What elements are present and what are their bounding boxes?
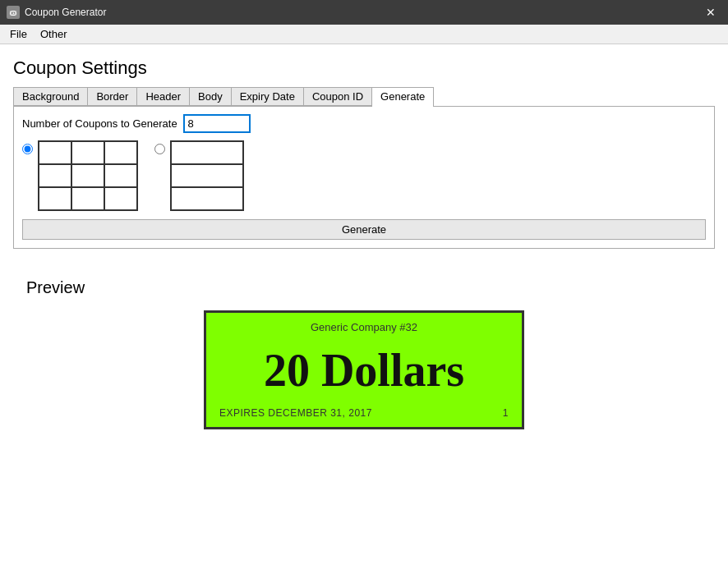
coupon-footer: EXPIRES DECEMBER 31, 2017 1 bbox=[219, 407, 509, 419]
layout-option-1 bbox=[22, 140, 138, 211]
menu-other[interactable]: Other bbox=[34, 26, 74, 42]
page-title: Coupon Settings bbox=[13, 57, 715, 79]
tab-header[interactable]: Header bbox=[137, 88, 190, 106]
tab-expiry-date[interactable]: Expiry Date bbox=[232, 88, 304, 106]
grid-cell bbox=[39, 187, 71, 210]
grid-cell bbox=[71, 187, 104, 210]
title-bar: 🎟 Coupon Generator ✕ bbox=[0, 0, 728, 25]
layout-grid-1x3 bbox=[170, 140, 244, 211]
layout-options bbox=[22, 140, 706, 211]
num-coupons-input[interactable] bbox=[184, 115, 250, 132]
preview-section: Preview Generic Company #32 20 Dollars E… bbox=[13, 265, 715, 443]
generate-button[interactable]: Generate bbox=[22, 219, 706, 240]
layout-radio-1[interactable] bbox=[22, 144, 33, 154]
layout-grid-3x3 bbox=[38, 140, 138, 211]
num-coupons-row: Number of Coupons to Generate bbox=[22, 115, 706, 132]
grid-cell bbox=[104, 187, 137, 210]
main-content: Coupon Settings Background Border Header… bbox=[0, 44, 728, 569]
coupon-value: 20 Dollars bbox=[264, 347, 464, 393]
grid-cell bbox=[171, 164, 243, 187]
grid-cell bbox=[39, 164, 71, 187]
close-button[interactable]: ✕ bbox=[700, 3, 721, 21]
grid-cell bbox=[171, 187, 243, 210]
menu-bar: File Other bbox=[0, 25, 728, 44]
tab-generate[interactable]: Generate bbox=[372, 88, 433, 107]
coupon-expiry: EXPIRES DECEMBER 31, 2017 bbox=[219, 407, 372, 419]
coupon-company: Generic Company #32 bbox=[311, 321, 417, 333]
tab-body[interactable]: Body bbox=[190, 88, 232, 106]
title-bar-title: Coupon Generator bbox=[25, 7, 106, 18]
preview-title: Preview bbox=[26, 278, 702, 297]
grid-cell bbox=[104, 141, 137, 164]
tab-background[interactable]: Background bbox=[14, 88, 88, 106]
grid-cell bbox=[171, 141, 243, 164]
tab-border[interactable]: Border bbox=[88, 88, 137, 106]
app-icon: 🎟 bbox=[7, 6, 20, 19]
num-coupons-label: Number of Coupons to Generate bbox=[22, 117, 177, 130]
grid-cell bbox=[71, 164, 104, 187]
title-bar-left: 🎟 Coupon Generator bbox=[7, 6, 106, 19]
settings-panel: Number of Coupons to Generate bbox=[13, 106, 715, 249]
grid-cell bbox=[104, 164, 137, 187]
tab-bar: Background Border Header Body Expiry Dat… bbox=[13, 87, 434, 106]
coupon-id: 1 bbox=[503, 407, 509, 419]
menu-file[interactable]: File bbox=[3, 26, 34, 42]
layout-option-2 bbox=[154, 140, 244, 211]
coupon-wrapper: Generic Company #32 20 Dollars EXPIRES D… bbox=[26, 310, 702, 429]
grid-cell bbox=[71, 141, 104, 164]
grid-cell bbox=[39, 141, 71, 164]
coupon-preview: Generic Company #32 20 Dollars EXPIRES D… bbox=[204, 310, 524, 429]
tab-coupon-id[interactable]: Coupon ID bbox=[304, 88, 372, 106]
layout-radio-2[interactable] bbox=[154, 144, 165, 154]
